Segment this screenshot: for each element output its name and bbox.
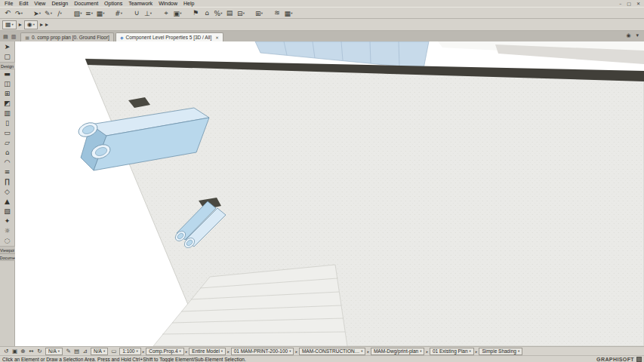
orbit-icon[interactable]: ↻ — [35, 348, 44, 354]
wall-tool-icon[interactable]: ▬ — [1, 69, 14, 79]
menu-item[interactable]: File — [2, 1, 16, 6]
composite-tool-icon[interactable]: ≡ — [84, 8, 94, 18]
layer-combination-dropdown[interactable]: Comp.Prop.4 — [146, 348, 184, 355]
menu-item[interactable]: Document — [71, 1, 101, 6]
shell-tool-icon[interactable]: ◠ — [1, 158, 14, 167]
toolbox-section-document[interactable]: Docume — [0, 253, 15, 261]
tab-list-icon[interactable]: ▤ — [3, 34, 8, 40]
layers-dropdown[interactable]: N/A — [91, 348, 108, 355]
chevron-separator-icon: ▸ — [227, 349, 230, 354]
window-controls: – ▢ ✕ — [619, 1, 644, 6]
slab-tool-icon[interactable]: ▱ — [1, 138, 14, 148]
guide-lines-icon[interactable]: ⊥ — [143, 8, 153, 18]
maximize-button[interactable]: ▢ — [627, 1, 631, 6]
lamp-tool-icon[interactable]: ☼ — [1, 226, 14, 236]
door-tool-icon[interactable]: ◫ — [1, 79, 14, 89]
view-tab-label: Component Level Properties 5 [3D / All] — [126, 35, 212, 40]
beam-tool-icon[interactable]: ▭ — [1, 128, 14, 138]
pet-palette-icon[interactable]: ◉ — [24, 20, 38, 29]
layout-grid-icon[interactable]: ▤ — [224, 8, 235, 18]
stair-tool-icon[interactable]: ≡ — [1, 167, 14, 177]
mesh-tool-icon[interactable]: ▲ — [1, 197, 14, 207]
main-area: ➤▢Design▬◫⊞◩▥▯▭▱⌂◠≡∏◇▲▧✦☼◌ViewpoiDocume — [0, 41, 644, 346]
view-settings-icon[interactable]: ◉ — [626, 32, 630, 38]
wall-texture — [85, 59, 644, 346]
toolbox-section-design[interactable]: Design — [0, 62, 15, 69]
railing-tool-icon[interactable]: ∏ — [1, 177, 14, 187]
menu-item[interactable]: Help — [180, 1, 197, 6]
layer-icon[interactable]: ▤ — [72, 348, 81, 354]
home-story-icon[interactable]: ⌂ — [202, 8, 212, 18]
menu-item[interactable]: View — [31, 1, 48, 6]
redo-icon[interactable]: ↷ — [14, 8, 24, 18]
roof-tool-icon[interactable]: ⌂ — [1, 148, 14, 158]
panel-box-icon[interactable]: ▦ — [283, 8, 294, 18]
marquee-tool-icon[interactable]: ▢ — [1, 52, 14, 62]
menu-item[interactable]: Window — [156, 1, 180, 6]
snap-icon[interactable]: ⊿ — [81, 348, 89, 354]
dropdown-value: Simple Shading — [482, 348, 516, 354]
dropdown-value: 01 Existing Plan — [433, 348, 468, 354]
expander-arrow-icon[interactable]: ▸ — [19, 20, 22, 29]
favorites-dropdown[interactable]: N/A — [45, 348, 63, 355]
scale-dropdown[interactable]: 1:100 — [119, 348, 141, 355]
pen-tool-icon[interactable]: ✎ — [43, 8, 54, 18]
arrow-tool-icon[interactable]: ➤ — [1, 42, 14, 52]
tab-menu-icon[interactable]: ▾ — [636, 32, 639, 38]
window-tool-icon[interactable]: ⊞ — [1, 89, 14, 99]
trace-reference-icon[interactable]: ▣ — [172, 8, 183, 18]
view-tab[interactable]: ▦ 0. comp prop plan [0. Ground Floor] — [20, 32, 114, 41]
menu-item[interactable]: Edit — [16, 1, 31, 6]
menu-item[interactable]: Design — [48, 1, 71, 6]
section-waves-icon[interactable]: ≋ — [272, 8, 282, 18]
expander-arrow-icon[interactable]: ▸ — [40, 20, 43, 29]
model-view-options-dropdown[interactable]: MAM-CONSTRUCTION… — [299, 348, 365, 355]
scale-percent-icon[interactable]: % — [213, 8, 223, 18]
arrow-tool-icon[interactable]: ➤ — [32, 8, 42, 18]
pan-icon[interactable]: ↔ — [27, 348, 35, 354]
3d-style-dropdown[interactable]: Simple Shading — [479, 348, 522, 355]
renovation-filter-dropdown[interactable]: 01 Existing Plan — [430, 348, 474, 355]
fill-tool-icon[interactable]: ▨ — [72, 8, 83, 18]
graphisoft-logo-icon — [636, 357, 642, 362]
zone-tool-icon[interactable]: ▧ — [1, 207, 14, 216]
tab-close-icon[interactable]: ✕ — [215, 35, 219, 40]
pen-color-icon[interactable]: ✎ — [64, 348, 72, 354]
fit-in-window-icon[interactable]: ▣ — [11, 348, 19, 354]
opening-tool-icon[interactable]: ◌ — [1, 236, 14, 246]
menu-item[interactable]: Teamwork — [125, 1, 156, 6]
chevron-separator-icon: ▸ — [186, 349, 188, 354]
view-tab[interactable]: ◈ Component Level Properties 5 [3D / All… — [116, 32, 223, 41]
subtract-elements-icon[interactable]: ⊟ — [236, 8, 246, 18]
chevron-separator-icon: ▸ — [143, 349, 145, 354]
skylight-tool-icon[interactable]: ◩ — [1, 99, 14, 109]
gravity-icon[interactable]: ∪ — [131, 8, 142, 18]
zoom-in-icon[interactable]: ⊕ — [19, 348, 27, 354]
status-hint-text: Click an Element or Draw a Selection Are… — [2, 357, 246, 362]
close-button[interactable]: ✕ — [636, 1, 640, 6]
grid-display-icon[interactable]: ▦ — [95, 8, 106, 18]
marker-flag-icon[interactable]: ⚑ — [190, 8, 201, 18]
refresh-icon[interactable]: ↺ — [2, 348, 11, 354]
curtain-wall-tool-icon[interactable]: ▥ — [1, 109, 14, 118]
graphic-override-dropdown[interactable]: MAM-Dwg/print-plan — [371, 348, 425, 355]
undo-icon[interactable]: ↶ — [2, 8, 13, 18]
line-tool-icon[interactable]: ∕ — [54, 8, 65, 18]
menu-item[interactable]: Options — [101, 1, 125, 6]
object-tool-icon[interactable]: ✦ — [1, 216, 14, 226]
minimize-button[interactable]: – — [619, 1, 621, 6]
duplicate-icon[interactable]: ⊞ — [254, 8, 264, 18]
toolbox-section-viewpoint[interactable]: Viewpoi — [0, 246, 15, 253]
column-tool-icon[interactable]: ▯ — [1, 118, 14, 128]
toolbox-toggle-icon[interactable]: ▦ — [2, 20, 17, 29]
morph-tool-icon[interactable]: ◇ — [1, 187, 14, 197]
pen-set-dropdown[interactable]: 01 MAM-PRINT-200-100 — [231, 348, 294, 355]
viewport-3d[interactable] — [15, 41, 644, 346]
expander-arrow-icon[interactable]: ▸ — [45, 20, 48, 29]
viewport-3d-scene[interactable] — [15, 41, 644, 346]
cursor-snap-icon[interactable]: ⌖ — [161, 8, 171, 18]
tab-overview-icon[interactable]: ▥ — [11, 34, 17, 40]
structure-display-dropdown[interactable]: Entire Model — [189, 348, 226, 355]
toolbox-panel: ➤▢Design▬◫⊞◩▥▯▭▱⌂◠≡∏◇▲▧✦☼◌ViewpoiDocume — [0, 41, 15, 346]
snap-grid-icon[interactable]: # — [113, 8, 124, 18]
